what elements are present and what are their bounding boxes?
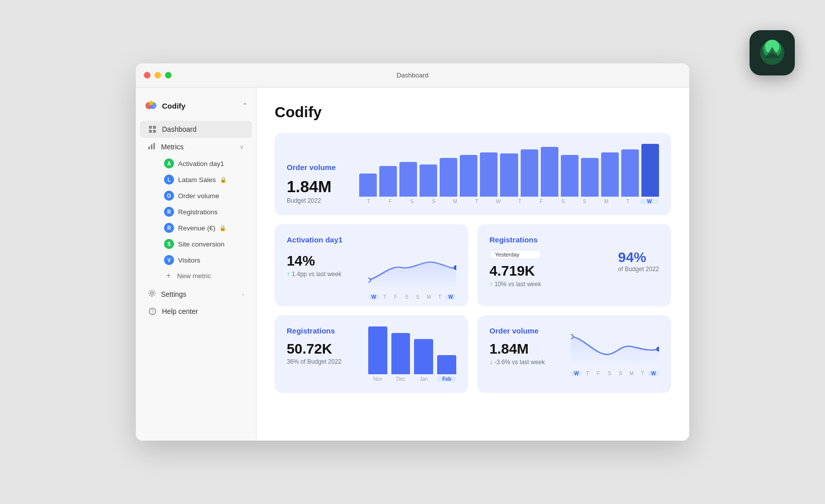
sidebar-item-registrations[interactable]: R Registrations xyxy=(140,204,252,220)
order-volume-sublabel: Budget 2022 xyxy=(287,197,347,204)
order-arrow-icon: ↓ xyxy=(489,359,492,366)
svg-point-13 xyxy=(151,292,153,295)
dashboard-icon xyxy=(148,125,157,134)
new-metric-button[interactable]: + New metric xyxy=(140,268,252,283)
bar-2 xyxy=(399,162,417,197)
svg-rect-10 xyxy=(148,146,150,149)
revenue-label: Revenue (€) xyxy=(178,224,215,232)
bar-label-9: S xyxy=(553,199,572,204)
registrations-bottom-title: Registrations xyxy=(287,326,360,335)
bar-label-10: S xyxy=(575,199,594,204)
bar-label-13: W xyxy=(640,199,659,204)
page-title: Codify xyxy=(275,104,671,121)
bar-label-5: T xyxy=(467,199,486,204)
budget-value: 94% xyxy=(618,249,659,266)
svg-rect-7 xyxy=(153,126,156,129)
titlebar: Dashboard xyxy=(136,63,689,88)
registrations-top-card: Registrations Yesterday 4.719K ↑ 10% vs … xyxy=(477,224,671,306)
sidebar: Codify ⌃ Dashboard xyxy=(136,88,257,441)
svg-rect-12 xyxy=(153,143,155,149)
visitors-label: Visitors xyxy=(178,257,200,264)
order-volume-bottom-value: 1.84M xyxy=(489,341,563,357)
svg-point-5 xyxy=(149,101,153,106)
reg-bar-1 xyxy=(391,333,410,374)
bar-10 xyxy=(561,155,579,197)
sidebar-item-revenue[interactable]: R Revenue (€) 🔒 xyxy=(140,220,252,236)
order-volume-title: Order volume xyxy=(287,163,347,172)
order-label: Order volume xyxy=(178,192,219,200)
registrations-badge: Yesterday xyxy=(489,250,541,259)
registrations-dot: R xyxy=(164,207,174,217)
bar-8 xyxy=(521,149,538,197)
registrations-bottom-chart: NovDecJanFeb xyxy=(368,326,456,382)
sidebar-item-latam[interactable]: L Latam Sales 🔒 xyxy=(140,172,252,188)
sidebar-item-order[interactable]: O Order volume xyxy=(140,188,252,204)
reg-label-1: Dec xyxy=(391,376,410,382)
sidebar-item-dashboard[interactable]: Dashboard xyxy=(140,121,252,138)
bar-6 xyxy=(480,152,498,197)
order-bottom-chart-labels: W T F S S M T W xyxy=(571,371,659,376)
brand-chevron-icon[interactable]: ⌃ xyxy=(242,102,248,110)
bar-7 xyxy=(500,153,518,197)
svg-point-16 xyxy=(368,278,370,282)
activation-label: Activation day1 xyxy=(178,160,224,167)
registrations-top-title: Registrations xyxy=(489,235,541,244)
bar-3 xyxy=(420,164,437,197)
bottom-row: Registrations 50.72K 36% of Budget 2022 … xyxy=(275,315,671,393)
sidebar-item-help[interactable]: ? Help center xyxy=(140,303,252,320)
reg-label-2: Jan xyxy=(414,376,433,382)
latam-dot: L xyxy=(164,175,174,185)
brand-logo-icon xyxy=(144,99,158,113)
app-window: Dashboard Codify ⌃ xyxy=(136,63,689,441)
brand-name: Codify xyxy=(162,102,186,110)
new-metric-label: New metric xyxy=(177,272,211,280)
registrations-label: Registrations xyxy=(178,208,218,216)
latam-lock-icon: 🔒 xyxy=(220,177,227,183)
bar-label-12: T xyxy=(618,199,637,204)
help-icon: ? xyxy=(148,307,157,316)
sidebar-metrics-section: Metrics ∨ A Activation day1 L Latam Sale… xyxy=(136,138,256,283)
order-volume-card: Order volume 1.84M Budget 2022 TFSSMTWTF… xyxy=(275,133,671,215)
latam-label: Latam Sales xyxy=(178,176,216,184)
activation-card: Activation day1 14% ↑ 1.4pp vs last week xyxy=(275,224,468,306)
sidebar-dashboard-label: Dashboard xyxy=(162,125,197,133)
bar-4 xyxy=(440,158,457,197)
help-label: Help center xyxy=(162,307,198,315)
order-volume-bottom-title: Order volume xyxy=(489,326,563,335)
reg-bar-2 xyxy=(414,339,433,374)
registrations-bottom-card: Registrations 50.72K 36% of Budget 2022 … xyxy=(275,315,468,393)
bar-9 xyxy=(541,147,558,197)
minimize-button[interactable] xyxy=(154,72,161,78)
bar-label-3: S xyxy=(424,199,443,204)
sidebar-item-visitors[interactable]: V Visitors xyxy=(140,252,252,268)
fullscreen-button[interactable] xyxy=(165,72,172,78)
sidebar-metrics-header[interactable]: Metrics ∨ xyxy=(140,138,252,155)
order-volume-chart: TFSSMTWTFSSMTW xyxy=(359,144,659,204)
middle-row: Activation day1 14% ↑ 1.4pp vs last week xyxy=(275,224,671,306)
site-label: Site conversion xyxy=(178,240,224,248)
activation-dot: A xyxy=(164,158,174,169)
bar-11 xyxy=(581,158,599,197)
sidebar-item-activation[interactable]: A Activation day1 xyxy=(140,155,252,172)
bar-0 xyxy=(359,174,377,197)
settings-label: Settings xyxy=(161,290,187,298)
bar-label-11: M xyxy=(597,199,616,204)
activation-chart-labels: W T F S S M T W xyxy=(368,294,456,300)
registrations-top-value: 4.719K xyxy=(489,263,541,279)
svg-rect-9 xyxy=(153,130,156,133)
svg-rect-11 xyxy=(151,144,152,149)
activation-value: 14% xyxy=(287,253,360,269)
bar-label-0: T xyxy=(359,199,378,204)
sidebar-settings-header[interactable]: Settings › xyxy=(140,285,252,303)
order-volume-bottom-card: Order volume 1.84M ↓ -3.6% vs last week xyxy=(477,315,671,393)
reg-bar-3 xyxy=(437,355,456,374)
activation-chart: W T F S S M T W xyxy=(368,250,456,295)
revenue-lock-icon: 🔒 xyxy=(219,225,226,231)
close-button[interactable] xyxy=(144,72,150,78)
sidebar-item-site[interactable]: S Site conversion xyxy=(140,236,252,252)
bar-label-6: W xyxy=(489,199,508,204)
metrics-chevron-icon: ∨ xyxy=(239,143,244,150)
metrics-icon xyxy=(148,142,156,151)
bar-label-7: T xyxy=(510,199,529,204)
main-content: Codify Order volume 1.84M Budget 2022 TF… xyxy=(257,88,689,441)
